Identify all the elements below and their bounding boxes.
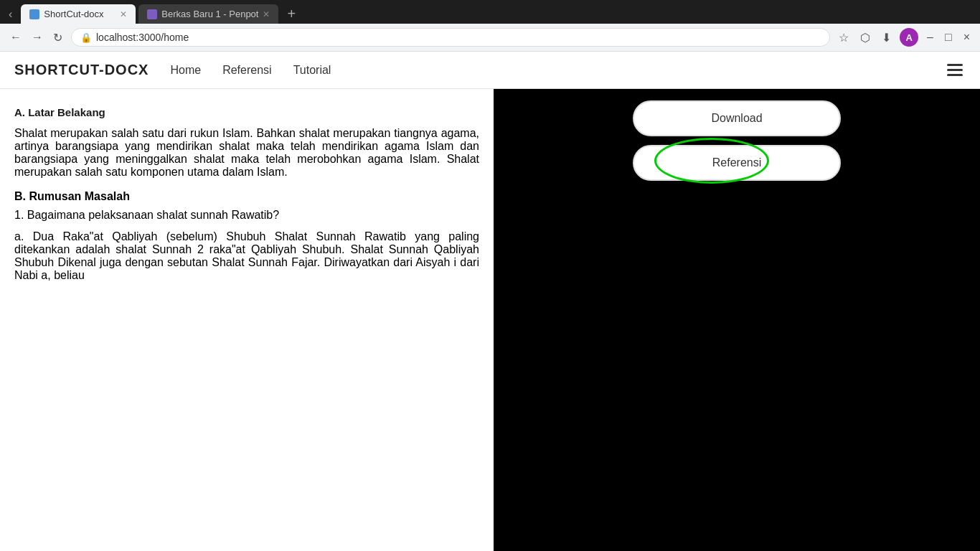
new-tab-button[interactable]: + bbox=[281, 6, 301, 22]
url-text: localhost:3000/home bbox=[96, 32, 189, 43]
address-bar: ← → ↻ 🔒 localhost:3000/home ☆ ⬡ ⬇ A – □ … bbox=[0, 24, 980, 52]
app-wrapper: SHORTCUT-DOCX Home Referensi Tutorial A.… bbox=[0, 52, 980, 551]
browser-controls: ‹ bbox=[6, 6, 15, 22]
nav-links: Home Referensi Tutorial bbox=[170, 64, 944, 77]
download-button[interactable]: Download bbox=[633, 100, 841, 136]
doc-question-1: 1. Bagaimana pelaksanaan shalat sunnah R… bbox=[14, 209, 479, 222]
referensi-button[interactable]: Referensi bbox=[633, 145, 841, 181]
prev-tab-btn[interactable]: ‹ bbox=[6, 6, 15, 22]
minimize-button[interactable]: – bbox=[924, 29, 936, 45]
tab-favicon-penpot bbox=[147, 9, 157, 19]
navbar: SHORTCUT-DOCX Home Referensi Tutorial bbox=[0, 52, 980, 89]
section-heading-b: B. Rumusan Masalah bbox=[14, 190, 479, 203]
hamburger-line-1 bbox=[947, 64, 963, 66]
nav-home[interactable]: Home bbox=[170, 64, 201, 77]
lock-icon: 🔒 bbox=[80, 32, 92, 43]
tab-close-shortcut[interactable]: ✕ bbox=[120, 9, 127, 19]
nav-buttons: ← → ↻ bbox=[7, 29, 65, 46]
url-box[interactable]: 🔒 localhost:3000/home bbox=[71, 28, 830, 47]
tab-favicon-shortcut bbox=[29, 9, 39, 19]
tab-label-shortcut: ShortCut-docx bbox=[44, 9, 103, 19]
bookmark-button[interactable]: ☆ bbox=[836, 29, 852, 46]
hamburger-line-2 bbox=[947, 69, 963, 71]
tab-label-penpot: Berkas Baru 1 - Penpot bbox=[161, 9, 258, 19]
nav-tutorial[interactable]: Tutorial bbox=[293, 64, 331, 77]
doc-para-1: Shalat merupakan salah satu dari rukun I… bbox=[14, 127, 479, 179]
back-button[interactable]: ← bbox=[7, 29, 24, 45]
right-panel: Download Referensi bbox=[494, 89, 980, 551]
hamburger-line-3 bbox=[947, 74, 963, 76]
user-avatar[interactable]: A bbox=[900, 28, 918, 47]
refresh-button[interactable]: ↻ bbox=[50, 29, 65, 46]
extension-button[interactable]: ⬡ bbox=[857, 29, 873, 46]
window-close-button[interactable]: × bbox=[961, 29, 973, 45]
tab-penpot[interactable]: Berkas Baru 1 - Penpot ✕ bbox=[138, 4, 278, 24]
forward-button[interactable]: → bbox=[29, 29, 46, 45]
brand-name: SHORTCUT-DOCX bbox=[14, 62, 149, 78]
hamburger-menu[interactable] bbox=[944, 61, 966, 79]
nav-referensi[interactable]: Referensi bbox=[222, 64, 271, 77]
download-browser-button[interactable]: ⬇ bbox=[879, 29, 894, 46]
main-content: A. Latar Belakang Shalat merupakan salah… bbox=[0, 89, 980, 551]
section-heading-a: A. Latar Belakang bbox=[14, 106, 479, 118]
tab-bar: ‹ ShortCut-docx ✕ Berkas Baru 1 - Penpot… bbox=[0, 0, 980, 24]
tab-close-penpot[interactable]: ✕ bbox=[263, 9, 270, 19]
doc-para-2a: a. Dua Raka"at Qabliyah (sebelum) Shubuh… bbox=[14, 230, 479, 282]
browser-actions: ☆ ⬡ ⬇ A – □ × bbox=[836, 28, 973, 47]
maximize-button[interactable]: □ bbox=[942, 29, 955, 45]
document-panel[interactable]: A. Latar Belakang Shalat merupakan salah… bbox=[0, 89, 494, 551]
tab-shortcut[interactable]: ShortCut-docx ✕ bbox=[21, 4, 136, 24]
browser-chrome: ‹ ShortCut-docx ✕ Berkas Baru 1 - Penpot… bbox=[0, 0, 980, 52]
referensi-wrapper: Referensi bbox=[633, 145, 841, 181]
